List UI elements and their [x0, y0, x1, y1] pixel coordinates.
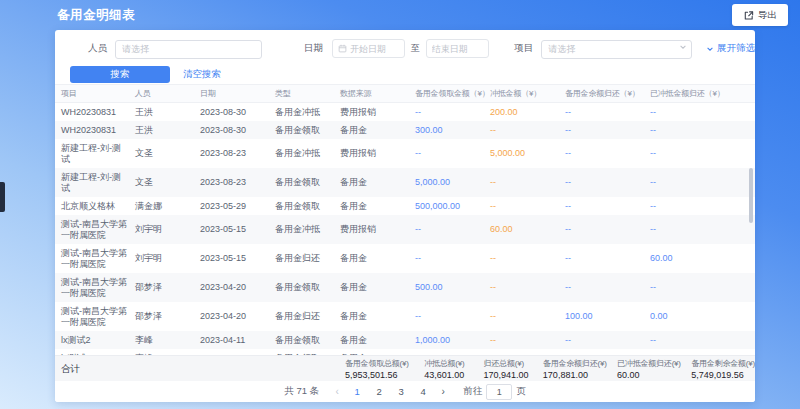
page-button-1[interactable]: 1	[349, 386, 365, 397]
project-select[interactable]	[541, 38, 692, 59]
table-cell: lx测试2	[55, 331, 135, 349]
table-cell: 2023-08-23	[200, 145, 275, 163]
table-cell: 备用金领取	[275, 279, 340, 297]
summary-row: 合计 备用金领取总额(¥)5,953,501.56冲抵总额(¥)43,601.0…	[55, 355, 755, 381]
expand-filters-label: 展开筛选	[717, 42, 755, 55]
table-cell: --	[650, 121, 745, 139]
table-cell: 2023-04-20	[200, 308, 275, 326]
summary-item: 备用金余额归还(¥)170,881.00	[543, 358, 617, 380]
export-button[interactable]: 导出	[732, 4, 788, 26]
table-cell: 邵梦泽	[135, 279, 200, 297]
table-cell: --	[565, 103, 650, 121]
pagination-pages: 1234	[349, 386, 431, 397]
table-cell: 5,000.00	[415, 174, 490, 192]
table-cell: 备用金冲抵	[275, 221, 340, 239]
goto-page-input[interactable]	[486, 384, 512, 400]
table-row: WH20230831王洪2023-08-30备用金领取备用金300.00----…	[55, 121, 755, 139]
table-cell: 费用报销	[340, 145, 415, 163]
table-cell: 备用金领取	[275, 197, 340, 215]
summary-item-label: 归还总额(¥)	[484, 358, 543, 369]
page-button-3[interactable]: 3	[393, 386, 409, 397]
date-start-picker[interactable]	[332, 39, 405, 58]
prev-page-button[interactable]: ‹	[330, 386, 344, 397]
pagination: 共 71 条 ‹ 1234 › 前往 页	[55, 381, 755, 402]
table-cell: --	[415, 103, 490, 121]
filter-section: 人员 日期 至 项目	[55, 30, 755, 84]
project-select-input[interactable]	[541, 40, 692, 59]
table-cell: 2023-05-15	[200, 250, 275, 268]
table-cell: 备用金	[340, 197, 415, 215]
summary-item-label: 备用金余额归还(¥)	[543, 358, 617, 369]
table-cell: 60.00	[650, 250, 745, 268]
person-select-input[interactable]	[115, 40, 262, 59]
table-cell: 李峰	[135, 331, 200, 349]
table-cell: 备用金	[340, 331, 415, 349]
table-cell: 500,000.00	[415, 197, 490, 215]
table-cell: --	[490, 121, 565, 139]
page-button-2[interactable]: 2	[371, 386, 387, 397]
table-cell: 备用金	[340, 250, 415, 268]
table-cell: --	[565, 250, 650, 268]
app-background: 备用金明细表 导出 人员 日期	[0, 0, 800, 409]
column-header: 冲抵金额（¥）	[490, 88, 565, 99]
table-cell: WH20230831	[55, 103, 135, 121]
vertical-scrollbar-thumb[interactable]	[749, 168, 753, 223]
summary-item: 冲抵总额(¥)43,601.00	[424, 358, 483, 380]
table-cell: --	[565, 145, 650, 163]
clear-search-link[interactable]: 清空搜索	[183, 68, 221, 81]
table-cell: 60.00	[490, 221, 565, 239]
table-row: 北京顺义格林满金娜2023-05-29备用金领取备用金500,000.00---…	[55, 197, 755, 215]
content-card: 人员 日期 至 项目	[55, 30, 755, 402]
summary-item-value: 5,749,019.56	[691, 370, 755, 380]
table-cell: --	[415, 145, 490, 163]
person-filter-label: 人员	[88, 42, 107, 55]
table-cell: 备用金领取	[275, 174, 340, 192]
summary-item-label: 备用金领取总额(¥)	[345, 358, 424, 369]
next-page-button[interactable]: ›	[436, 386, 450, 397]
expand-filters-link[interactable]: 展开筛选	[706, 42, 755, 55]
export-button-label: 导出	[758, 9, 777, 22]
table-cell: 王洪	[135, 103, 200, 121]
summary-item-value: 170,941.00	[484, 370, 543, 380]
table-cell: 备用金	[340, 279, 415, 297]
date-start-input[interactable]	[350, 41, 399, 56]
sidebar-collapse-handle[interactable]	[0, 182, 5, 212]
table-cell: 测试-南昌大学第一附属医院	[55, 244, 135, 273]
table-cell: 备用金	[340, 308, 415, 326]
summary-item-label: 备用金剩余金额(¥)	[691, 358, 755, 369]
table-cell: 100.00	[565, 308, 650, 326]
table-cell: 北京顺义格林	[55, 197, 135, 215]
table-cell: 费用报销	[340, 103, 415, 121]
table-cell: --	[565, 331, 650, 349]
table-cell: 备用金领取	[275, 121, 340, 139]
table-cell: 刘宇明	[135, 221, 200, 239]
table-row: WH20230831王洪2023-08-30备用金冲抵费用报销--200.00-…	[55, 103, 755, 121]
search-button[interactable]: 搜索	[70, 66, 170, 83]
table-cell: 刘宇明	[135, 250, 200, 268]
table-cell: 200.00	[490, 103, 565, 121]
goto-page-label: 前往	[463, 385, 482, 398]
summary-item: 备用金剩余金额(¥)5,749,019.56	[691, 358, 755, 380]
table-header-row: 项目人员日期类型数据来源备用金领取金额（¥）冲抵金额（¥）备用金余额归还（¥）已…	[55, 84, 755, 103]
date-end-input[interactable]	[432, 41, 483, 56]
table-cell: 文圣	[135, 145, 200, 163]
table-cell: --	[565, 279, 650, 297]
summary-total-label: 合计	[61, 356, 80, 382]
table-cell: --	[490, 279, 565, 297]
table-cell: 备用金冲抵	[275, 145, 340, 163]
date-range-separator: 至	[411, 42, 420, 55]
table-cell: 测试-南昌大学第一附属医院	[55, 273, 135, 302]
page-button-4[interactable]: 4	[415, 386, 431, 397]
table-cell: --	[415, 250, 490, 268]
column-header: 人员	[135, 88, 200, 99]
topbar: 备用金明细表 导出	[57, 0, 788, 30]
table-cell: 测试-南昌大学第一附属医院	[55, 215, 135, 244]
table-cell: 1,000.00	[415, 331, 490, 349]
summary-item: 已冲抵金额归还(¥)60.00	[617, 358, 691, 380]
table-cell: --	[565, 121, 650, 139]
page-title: 备用金明细表	[57, 7, 135, 24]
column-header: 项目	[55, 88, 135, 99]
date-end-picker[interactable]	[426, 39, 489, 58]
table-cell: 费用报销	[340, 221, 415, 239]
column-header: 已冲抵金额归还（¥）	[650, 88, 745, 99]
